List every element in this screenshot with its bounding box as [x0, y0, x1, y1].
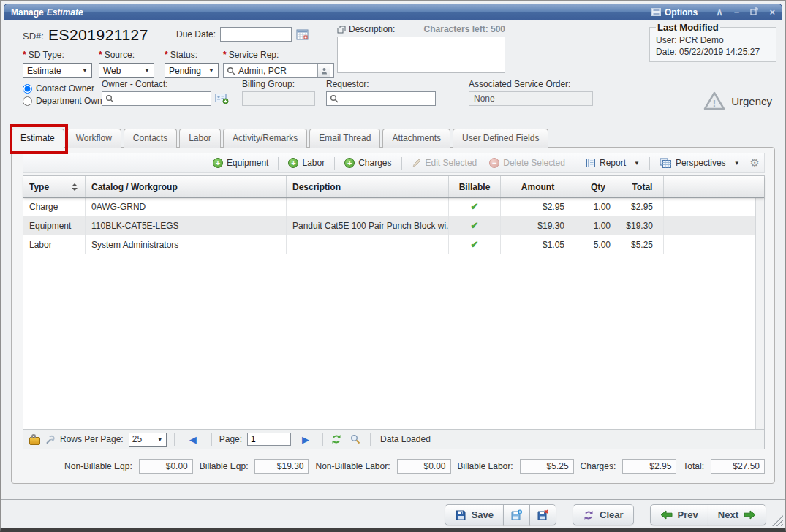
grid-header-row: Type Catalog / Workgroup Description Bil…: [23, 176, 764, 198]
edit-selected-button[interactable]: Edit Selected: [407, 156, 483, 170]
requestor-field[interactable]: [326, 91, 436, 106]
description-group: Description: Characters left: 500: [337, 24, 505, 75]
tab-estimate[interactable]: Estimate: [11, 129, 64, 148]
sd-type-group: *SD Type: Estimate ▼: [23, 50, 92, 78]
perspectives-label: Perspectives: [676, 158, 726, 168]
save-and-close-button[interactable]: [529, 504, 556, 525]
total-value: $27.50: [711, 459, 765, 474]
gear-icon[interactable]: ⚙: [750, 156, 760, 170]
add-equipment-button[interactable]: + Equipment: [208, 156, 273, 170]
chevron-down-icon: ▼: [634, 160, 640, 167]
urgency-indicator[interactable]: ! Urgency: [703, 91, 772, 111]
department-owner-label: Department Owner: [36, 96, 110, 106]
popout-description-icon[interactable]: [337, 26, 346, 34]
window-title-emphasis: Estimate: [47, 7, 83, 18]
tab-labor[interactable]: Labor: [179, 129, 221, 148]
report-dropdown-button[interactable]: Report ▼: [580, 156, 645, 170]
tab-contacts[interactable]: Contacts: [124, 129, 177, 148]
department-owner-radio[interactable]: Department Owner: [23, 96, 110, 106]
window-title: ManageEstimate: [11, 7, 83, 18]
close-icon: ×: [769, 7, 775, 18]
next-button[interactable]: Next: [708, 504, 766, 525]
table-row[interactable]: Labor System Administrators ✔ $1.05 5.00…: [23, 235, 756, 254]
rows-per-page-value: 25: [132, 434, 142, 444]
prev-page-button[interactable]: ◀: [189, 435, 197, 444]
pencil-icon: [412, 158, 422, 168]
description-textarea[interactable]: [337, 37, 505, 73]
lock-icon[interactable]: [29, 437, 40, 445]
billable-check-icon: ✔: [449, 235, 501, 254]
column-header-billable[interactable]: Billable: [449, 176, 501, 197]
tab-attachments[interactable]: Attachments: [382, 129, 450, 148]
table-row[interactable]: Charge 0AWG-GRND ✔ $2.95 1.00 $2.95: [23, 197, 756, 216]
perspectives-icon: [660, 158, 672, 169]
due-date-input[interactable]: [220, 27, 292, 42]
service-rep-field[interactable]: Admin, PCR: [223, 63, 334, 78]
next-label: Next: [718, 509, 738, 520]
save-and-new-button[interactable]: [503, 504, 530, 525]
sd-type-select[interactable]: Estimate ▼: [23, 63, 92, 78]
perspectives-dropdown-button[interactable]: Perspectives ▼: [654, 156, 745, 171]
next-page-button[interactable]: ▶: [302, 435, 309, 444]
department-owner-radio-input[interactable]: [23, 96, 32, 106]
column-header-amount[interactable]: Amount: [501, 176, 575, 197]
billable-check-icon: ✔: [449, 216, 501, 235]
minus-circle-icon: −: [489, 158, 499, 168]
page-input[interactable]: [247, 433, 291, 446]
clear-button[interactable]: Clear: [573, 504, 634, 525]
tab-activity-remarks[interactable]: Activity/Remarks: [223, 129, 307, 148]
report-icon: [585, 158, 596, 168]
minimize-button[interactable]: −: [734, 7, 740, 17]
vertical-scrollbar[interactable]: [755, 176, 764, 430]
cell-amount: $19.30: [501, 216, 575, 235]
add-charges-button[interactable]: + Charges: [339, 156, 396, 170]
rows-per-page-select[interactable]: 25 ▼: [129, 433, 167, 446]
contact-owner-radio-input[interactable]: [23, 84, 32, 94]
tab-email-thread[interactable]: Email Thread: [309, 129, 380, 148]
delete-selected-button[interactable]: − Delete Selected: [484, 156, 570, 170]
contact-owner-radio[interactable]: Contact Owner: [23, 83, 110, 94]
owner-contact-field[interactable]: [102, 91, 211, 106]
requestor-group: Requestor:: [326, 79, 436, 106]
zoom-search-icon[interactable]: [350, 434, 360, 444]
save-button[interactable]: Save: [445, 504, 504, 525]
tab-workflow[interactable]: Workflow: [67, 129, 121, 148]
cell-total: $2.95: [621, 197, 664, 216]
chevron-down-icon: ▼: [144, 67, 150, 74]
column-header-catalog[interactable]: Catalog / Workgroup: [86, 176, 287, 197]
svg-text:!: !: [713, 98, 716, 109]
column-header-type[interactable]: Type: [23, 176, 86, 197]
tab-user-defined-fields[interactable]: User Defined Fields: [453, 129, 548, 148]
non-billable-eqp-value: $0.00: [139, 459, 193, 474]
options-button[interactable]: Options: [651, 7, 698, 18]
prev-button[interactable]: Prev: [650, 504, 708, 525]
column-header-description[interactable]: Description: [287, 176, 449, 197]
add-contact-card-icon[interactable]: [215, 93, 229, 104]
add-labor-button[interactable]: + Labor: [283, 156, 330, 170]
calendar-icon[interactable]: [296, 28, 309, 40]
sd-type-label: SD Type:: [29, 50, 64, 60]
associated-so-field: None: [469, 91, 593, 106]
refresh-icon[interactable]: [330, 434, 342, 444]
billable-eqp-label: Billable Eqp:: [200, 461, 249, 471]
rows-per-page-label: Rows Per Page:: [60, 434, 124, 444]
collapse-button[interactable]: ∧: [716, 7, 723, 17]
source-select[interactable]: Web ▼: [99, 63, 154, 78]
table-row[interactable]: Equipment 110BLK-CAT5E-LEGS Panduit Cat5…: [23, 216, 756, 235]
urgency-warning-icon: !: [703, 91, 726, 111]
popout-button[interactable]: [750, 7, 758, 17]
status-select[interactable]: Pending ▼: [165, 63, 219, 78]
close-button[interactable]: ×: [769, 7, 775, 17]
source-group: *Source: Web ▼: [99, 50, 154, 78]
column-header-total[interactable]: Total: [621, 176, 664, 197]
service-rep-person-button[interactable]: [317, 64, 330, 77]
column-header-qty[interactable]: Qty: [575, 176, 621, 197]
cell-description: [287, 197, 449, 216]
requestor-label: Requestor:: [326, 79, 436, 89]
header-form: SD#: ES201921127 Due Date: Description: …: [1, 20, 785, 126]
popout-icon: [750, 7, 758, 15]
prev-next-group: Prev Next: [650, 504, 766, 525]
wrench-icon[interactable]: [45, 435, 55, 444]
contact-owner-label: Contact Owner: [36, 83, 94, 94]
collapse-icon: ∧: [716, 7, 723, 18]
